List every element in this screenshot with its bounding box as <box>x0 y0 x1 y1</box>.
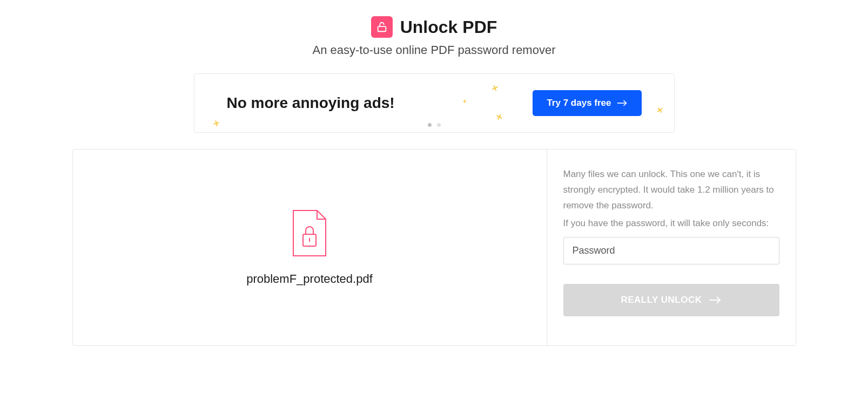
arrow-right-icon <box>709 296 722 304</box>
locked-file-icon <box>290 209 329 259</box>
page-title: Unlock PDF <box>400 17 497 37</box>
password-input[interactable] <box>563 237 779 264</box>
carousel-dot[interactable] <box>428 123 432 127</box>
unlock-icon <box>371 16 393 38</box>
svg-rect-0 <box>378 26 386 31</box>
sparkle-decoration: ✕ <box>656 105 664 115</box>
try-free-label: Try 7 days free <box>547 98 611 108</box>
promo-banner: ✕ + ✕ ✕ ✕ No more annoying ads! Try 7 da… <box>194 73 675 133</box>
carousel-dot[interactable] <box>437 123 441 127</box>
password-prompt-text: If you have the password, it will take o… <box>563 216 779 232</box>
sparkle-decoration: ✕ <box>495 112 504 123</box>
unlock-button-label: REALLY UNLOCK <box>621 295 702 305</box>
page-subtitle: An easy-to-use online PDF password remov… <box>72 43 796 57</box>
file-name: problemF_protected.pdf <box>246 272 373 286</box>
encryption-info-text: Many files we can unlock. This one we ca… <box>563 167 779 214</box>
carousel-dots <box>428 123 441 127</box>
promo-headline: No more annoying ads! <box>227 94 395 112</box>
try-free-button[interactable]: Try 7 days free <box>533 90 641 116</box>
file-preview-area: problemF_protected.pdf <box>73 150 547 345</box>
sparkle-decoration: ✕ <box>211 118 221 129</box>
main-panel: problemF_protected.pdf Many files we can… <box>72 149 796 346</box>
sparkle-decoration: + <box>463 98 467 105</box>
arrow-right-icon <box>617 99 628 107</box>
unlock-button[interactable]: REALLY UNLOCK <box>563 284 779 316</box>
page-header: Unlock PDF An easy-to-use online PDF pas… <box>72 16 796 57</box>
sparkle-decoration: ✕ <box>490 83 500 93</box>
action-panel: Many files we can unlock. This one we ca… <box>547 150 796 345</box>
